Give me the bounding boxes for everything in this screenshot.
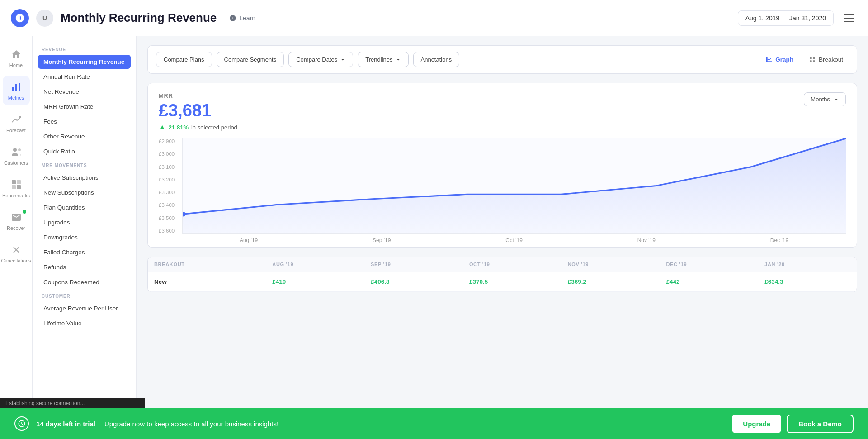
graph-icon: [765, 56, 773, 63]
svg-rect-15: [813, 57, 815, 59]
breakout-col-header-2: SEP '19: [364, 257, 463, 272]
sidebar-item-downgrades[interactable]: Downgrades: [38, 230, 131, 244]
app-logo: [11, 9, 29, 27]
breakout-cell-aug: £410: [266, 272, 364, 291]
months-select[interactable]: Months: [804, 92, 846, 106]
learn-button[interactable]: i Learn: [229, 14, 255, 22]
months-chevron-icon: [834, 97, 839, 102]
breakout-label: Breakout: [819, 56, 843, 63]
breakout-cell-sep: £406.8: [364, 272, 463, 291]
metrics-icon: [10, 81, 23, 93]
compare-segments-button[interactable]: Compare Segments: [217, 52, 284, 67]
sidebar-item-average-revenue-per-user[interactable]: Average Revenue Per User: [38, 301, 131, 315]
sidebar-item-customers[interactable]: Customers: [3, 141, 30, 170]
sidebar-item-refunds[interactable]: Refunds: [38, 260, 131, 274]
trendlines-button[interactable]: Trendlines: [358, 52, 408, 67]
sidebar-item-annual-run-rate[interactable]: Annual Run Rate: [38, 70, 131, 84]
sidebar-item-new-subscriptions[interactable]: New Subscriptions: [38, 186, 131, 200]
x-label-nov: Nov '19: [637, 237, 656, 243]
months-label: Months: [811, 96, 830, 103]
book-demo-button[interactable]: Book a Demo: [787, 415, 854, 433]
breakout-view-button[interactable]: Breakout: [803, 53, 849, 66]
svg-text:i: i: [232, 16, 233, 20]
sidebar-item-net-revenue[interactable]: Net Revenue: [38, 85, 131, 99]
forecast-icon: [10, 113, 23, 126]
y-label-7: £3,600: [159, 228, 182, 234]
icon-nav: Home Metrics Forecast Customers Benchmar…: [0, 36, 33, 439]
trial-banner: 14 days left in trial Upgrade now to kee…: [0, 408, 868, 439]
sidebar-item-recover[interactable]: Recover: [3, 206, 30, 235]
sidebar-item-forecast[interactable]: Forecast: [3, 109, 30, 138]
sidebar-item-benchmarks[interactable]: Benchmarks: [3, 174, 30, 203]
sidebar-item-monthly-recurring-revenue[interactable]: Monthly Recurring Revenue: [38, 55, 131, 69]
breakout-col-header-5: DEC '19: [660, 257, 758, 272]
y-label-6: £3,500: [159, 215, 182, 221]
home-icon: [10, 48, 23, 61]
svg-point-6: [18, 148, 21, 151]
sidebar-item-quick-ratio[interactable]: Quick Ratio: [38, 144, 131, 158]
breakout-col-header-4: NOV '19: [561, 257, 660, 272]
x-label-aug: Aug '19: [240, 237, 258, 243]
y-label-1: £3,000: [159, 151, 182, 157]
sidebar-section-customer: Customer: [38, 290, 131, 301]
user-avatar: U: [36, 10, 53, 27]
metrics-label: Metrics: [8, 95, 24, 100]
svg-point-5: [13, 148, 17, 152]
chart-x-labels: Aug '19 Sep '19 Oct '19 Nov '19 Dec '19: [182, 234, 846, 247]
mrr-up-arrow-icon: ▲: [159, 123, 166, 131]
sidebar-item-plan-quantities[interactable]: Plan Quantities: [38, 200, 131, 215]
recover-label: Recover: [7, 225, 25, 231]
y-label-0: £2,900: [159, 138, 182, 144]
breakout-col-header-0: BREAKOUT: [148, 257, 266, 272]
breakout-table: BREAKOUT AUG '19 SEP '19 OCT '19 NOV '19…: [147, 257, 857, 292]
trendlines-label: Trendlines: [365, 56, 392, 63]
recover-icon: [10, 211, 23, 224]
svg-rect-17: [813, 60, 815, 62]
mrr-label: MRR: [159, 92, 237, 99]
sidebar-item-coupons-redeemed[interactable]: Coupons Redeemed: [38, 275, 131, 289]
trial-message-text: Upgrade now to keep access to all your b…: [104, 420, 278, 428]
sidebar-item-failed-charges[interactable]: Failed Charges: [38, 245, 131, 259]
sidebar-item-home[interactable]: Home: [3, 43, 30, 72]
trendlines-chevron-icon: [396, 57, 401, 62]
date-range-display[interactable]: Aug 1, 2019 — Jan 31, 2020: [738, 10, 834, 26]
hamburger-menu[interactable]: [841, 10, 857, 26]
annotations-button[interactable]: Annotations: [413, 52, 460, 67]
benchmarks-label: Benchmarks: [2, 193, 30, 198]
chart-plot: [182, 138, 846, 234]
svg-rect-8: [17, 180, 21, 184]
svg-rect-2: [12, 87, 14, 91]
chart-y-labels: £3,600 £3,500 £3,400 £3,300 £3,200 £3,10…: [159, 138, 182, 234]
top-header: U Monthly Recurring Revenue i Learn Aug …: [0, 0, 868, 36]
mrr-left: MRR £3,681 ▲ 21.81% in selected period: [159, 92, 237, 131]
sidebar-item-fees[interactable]: Fees: [38, 115, 131, 129]
breakout-col-header-1: AUG '19: [266, 257, 364, 272]
sidebar-item-upgrades[interactable]: Upgrades: [38, 215, 131, 229]
compare-plans-button[interactable]: Compare Plans: [156, 52, 212, 67]
upgrade-button[interactable]: Upgrade: [732, 415, 781, 433]
svg-rect-10: [17, 185, 21, 189]
sidebar-section-revenue: Revenue: [38, 43, 131, 55]
svg-rect-3: [15, 84, 17, 91]
sidebar-item-other-revenue[interactable]: Other Revenue: [38, 129, 131, 143]
sidebar: Revenue Monthly Recurring Revenue Annual…: [33, 36, 137, 439]
breakout-col-header-6: JAN '20: [758, 257, 857, 272]
compare-dates-label: Compare Dates: [296, 56, 337, 63]
svg-rect-4: [19, 83, 20, 91]
sidebar-item-mrr-growth-rate[interactable]: MRR Growth Rate: [38, 100, 131, 114]
chevron-down-icon: [340, 57, 345, 62]
graph-label: Graph: [775, 56, 793, 63]
sidebar-item-lifetime-value[interactable]: Lifetime Value: [38, 316, 131, 330]
breakout-col-header-3: OCT '19: [463, 257, 561, 272]
y-label-3: £3,200: [159, 177, 182, 182]
sidebar-item-metrics[interactable]: Metrics: [3, 76, 30, 105]
mrr-card: MRR £3,681 ▲ 21.81% in selected period M…: [147, 83, 857, 248]
graph-view-button[interactable]: Graph: [760, 53, 799, 66]
breakout-cell-jan: £634.3: [758, 272, 857, 291]
main-content: Compare Plans Compare Segments Compare D…: [137, 36, 868, 439]
menu-line-3: [844, 21, 854, 22]
sidebar-item-active-subscriptions[interactable]: Active Subscriptions: [38, 171, 131, 185]
sidebar-item-cancellations[interactable]: Cancellations: [3, 239, 30, 268]
compare-dates-button[interactable]: Compare Dates: [288, 52, 353, 67]
menu-line-1: [844, 14, 854, 15]
